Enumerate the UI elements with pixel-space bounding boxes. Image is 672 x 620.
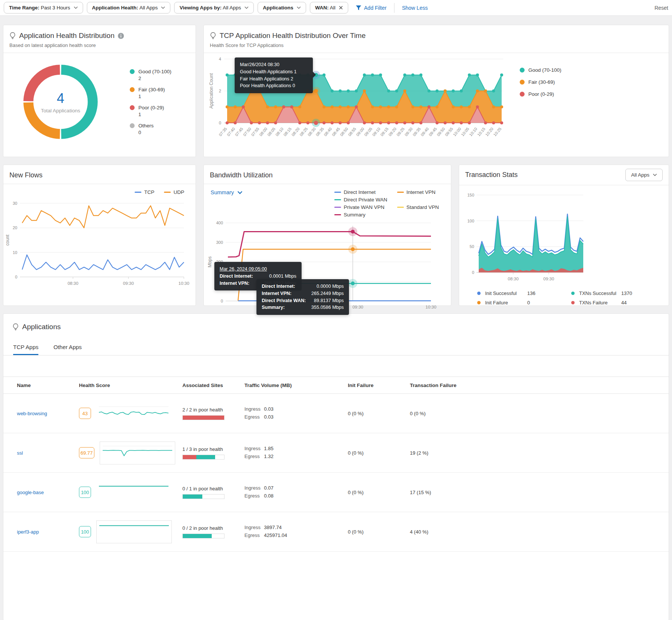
transaction-stats-chart[interactable]: 05010015008:3009:30 [459,185,664,285]
legend-item-tcp[interactable]: TCP [135,189,154,195]
good-dot-icon [520,68,525,73]
svg-text:08:00: 08:00 [258,126,268,137]
legend-item-standard-vpn[interactable]: Standard VPN [397,204,439,210]
total-applications-value: 4 [57,91,64,106]
col-transaction-failure[interactable]: Transaction Failure [410,383,669,388]
poor-dot-icon [520,92,525,97]
new-flows-chart[interactable]: 0102030count08:3009:3010:30 [3,195,193,296]
legend-item-others[interactable]: Others 0 [130,123,171,135]
health-donut-chart[interactable]: 4 Total Applications [18,60,103,144]
svg-text:150: 150 [467,193,474,197]
ingress-value: 3897.74 [264,524,282,532]
col-traffic-volume[interactable]: Traffic Volume (MB) [244,383,348,388]
tab-other-apps[interactable]: Other Apps [53,344,82,355]
svg-text:09:30: 09:30 [404,126,413,137]
col-name[interactable]: Name [17,383,79,388]
egress-value: 1.32 [264,453,273,461]
panel-title: New Flows [9,171,42,179]
legend-item-summary[interactable]: Summary [334,212,387,218]
filter-label: Application Health: All Apps [92,5,158,11]
svg-text:20: 20 [13,225,17,230]
legend-item-fair[interactable]: Fair (30-69) 1 [130,87,171,99]
tcp-line-icon [135,192,141,193]
sites-health-bar [182,415,225,420]
svg-text:07:45: 07:45 [234,126,244,137]
egress-value: 425971.04 [264,532,287,540]
filter-application-health[interactable]: Application Health: All Apps [87,2,171,14]
svg-text:0: 0 [15,275,17,279]
app-name-link[interactable]: iperf3-app [17,529,39,535]
legend-item-txns-failure[interactable]: TXNs Failure44 [571,300,669,305]
legend-item-good[interactable]: Good (70-100) 2 [130,69,171,81]
legend-item-udp[interactable]: UDP [164,189,184,195]
svg-text:30: 30 [13,201,17,206]
svg-text:09:55: 09:55 [444,126,454,137]
legend-item-fair[interactable]: Fair (30-69) [520,79,561,85]
svg-text:09:50: 09:50 [436,126,446,137]
lightbulb-icon [12,323,19,331]
svg-text:0: 0 [219,121,221,125]
transaction-apps-dropdown[interactable]: All Apps [625,169,663,181]
ingress-label: Ingress [244,445,264,453]
filter-wan[interactable]: WAN: All [310,2,348,14]
tab-tcp-apps[interactable]: TCP Apps [13,344,38,355]
ingress-value: 0.03 [264,405,273,413]
chart-tooltip: Mar/26/2024 08:30 Good Health Applicatio… [235,57,313,93]
app-name-link[interactable]: web-browsing [17,411,47,416]
legend-item-direct-private-wan[interactable]: Direct Private WAN [334,197,387,203]
app-name-link[interactable]: ssl [17,450,23,456]
new-flows-legend: TCP UDP [3,184,196,195]
svg-text:0: 0 [221,299,223,303]
health-sparkline [96,402,171,425]
col-health-score[interactable]: Health Score [79,383,182,388]
health-score-badge: 43 [79,408,91,419]
dot-icon [571,301,575,304]
chevron-down-icon [653,174,657,176]
legend-item-internet-vpn[interactable]: Internet VPN [397,189,439,195]
legend-item-init-successful[interactable]: Init Successful136 [477,290,571,296]
svg-text:08:25: 08:25 [299,126,308,137]
legend-item-good[interactable]: Good (70-100) [520,67,561,73]
panel-subtitle: Based on latest application health score [3,41,196,53]
svg-text:08:45: 08:45 [331,126,341,137]
svg-text:count: count [5,234,10,246]
close-icon[interactable] [339,6,343,10]
filter-label: WAN: All [315,5,335,11]
info-icon[interactable] [118,33,124,39]
legend-item-private-wan-vpn[interactable]: Private WAN VPN [334,204,387,210]
col-init-failure[interactable]: Init Failure [348,383,410,388]
filter-viewing-apps-by[interactable]: Viewing Apps by: All Apps [174,2,254,14]
col-associated-sites[interactable]: Associated Sites [182,383,244,388]
add-filter-button[interactable]: Add Filter [352,5,390,11]
app-name-link[interactable]: google-base [17,490,44,495]
line-icon [334,207,341,208]
bandwidth-view-select[interactable]: Summary [211,189,243,195]
svg-text:300: 300 [216,240,223,245]
ingress-label: Ingress [244,524,264,532]
svg-text:09:35: 09:35 [412,126,422,137]
legend-item-init-failure[interactable]: Init Failure0 [477,300,571,305]
lightbulb-icon [9,32,16,39]
svg-text:08:30: 08:30 [508,277,519,281]
legend-item-poor[interactable]: Poor (0-29) 1 [130,105,171,117]
health-sparkline [96,481,171,504]
sites-health-text: 0 / 1 in poor health [182,486,244,491]
svg-text:10:20: 10:20 [484,126,494,137]
legend-item-poor[interactable]: Poor (0-29) [520,91,561,97]
filter-applications[interactable]: Applications [258,2,306,14]
svg-text:09:15: 09:15 [379,126,389,137]
bandwidth-legend: Direct Internet Internet VPN Direct Priv… [334,189,439,218]
health-sparkline [100,442,175,464]
legend-count: 1 [138,112,171,117]
filter-time-range[interactable]: Time Range: Past 3 Hours [4,2,83,14]
ingress-label: Ingress [244,484,264,492]
reset-button[interactable]: Reset [654,5,668,11]
show-less-button[interactable]: Show Less [398,5,431,11]
legend-item-direct-internet[interactable]: Direct Internet [334,189,387,195]
section-title: Applications [22,323,61,331]
legend-item-txns-successful[interactable]: TXNs Successful1370 [571,290,669,296]
panel-title: Transaction Stats [465,171,517,179]
line-icon [334,199,341,200]
funnel-icon [356,5,361,11]
table-row: google-base 100 0 / 1 in poor health Ing… [3,473,669,512]
